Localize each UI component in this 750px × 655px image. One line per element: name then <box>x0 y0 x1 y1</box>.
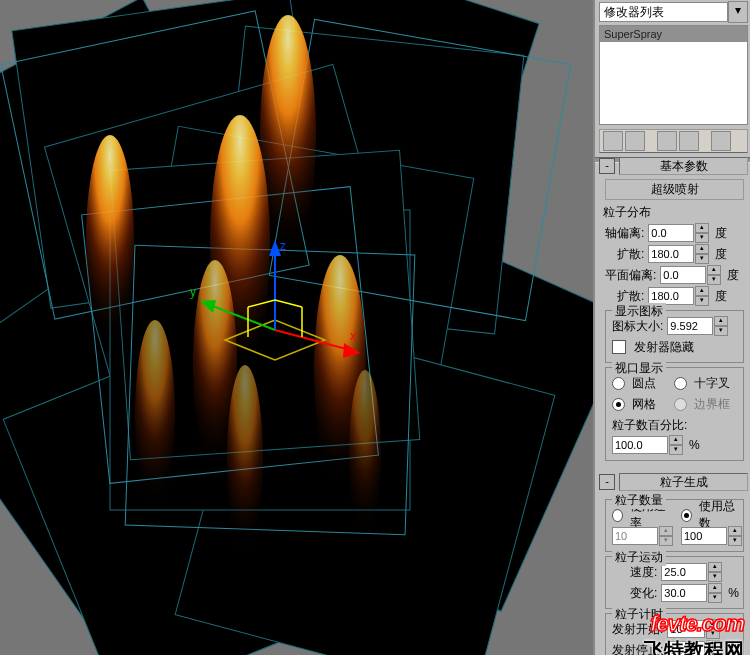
rollout-gen-title[interactable]: 粒子生成 <box>619 473 748 491</box>
total-spinner[interactable]: 100 ▴▾ <box>681 526 742 546</box>
rollout-basic-title[interactable]: 基本参数 <box>619 157 748 175</box>
spread1-spinner[interactable]: 180.0 ▴▾ <box>648 244 709 264</box>
spread1-label: 扩散: <box>617 246 644 263</box>
rate-spinner: 10 ▴▾ <box>612 526 673 546</box>
icon-size-label: 图标大小: <box>612 318 663 335</box>
emit-stop-label: 发射停止: <box>612 642 663 656</box>
display-icon-group-title: 显示图标 <box>612 303 666 320</box>
modifier-list-label: 修改器列表 <box>599 2 728 22</box>
plane-deviation-spinner[interactable]: 0.0 ▴▾ <box>660 265 721 285</box>
variation-spinner[interactable]: 30.0 ▴▾ <box>661 583 722 603</box>
modifier-stack-item[interactable]: SuperSpray <box>600 26 747 42</box>
spread2-label: 扩散: <box>617 288 644 305</box>
pin-stack-icon[interactable] <box>603 131 623 151</box>
modifier-stack-toolbar <box>599 129 748 153</box>
modifier-list-dropdown[interactable]: 修改器列表 ▾ <box>599 2 748 22</box>
svg-point-18 <box>86 135 134 345</box>
show-end-result-icon[interactable] <box>625 131 645 151</box>
particle-pct-spinner[interactable]: 100.0 ▴▾ <box>612 435 683 455</box>
svg-point-24 <box>349 370 381 540</box>
svg-text:z: z <box>280 239 286 253</box>
axis-deviation-label: 轴偏离: <box>605 225 644 242</box>
plane-deviation-label: 平面偏离: <box>605 267 656 284</box>
icon-size-spinner[interactable]: 9.592 ▴▾ <box>667 316 728 336</box>
emit-start-label: 发射开始: <box>612 621 663 638</box>
superspray-label: 超级喷射 <box>605 179 744 200</box>
emit-stop-spinner[interactable]: 11 ▴▾ <box>667 640 720 655</box>
quantity-group-title: 粒子数量 <box>612 492 666 509</box>
speed-label: 速度: <box>630 564 657 581</box>
remove-modifier-icon[interactable] <box>679 131 699 151</box>
rollout-collapse-icon[interactable]: - <box>599 158 615 174</box>
rollout-scroll-area[interactable]: - 基本参数 超级喷射 粒子分布 轴偏离: 0.0 ▴▾ 度 扩散: 180.0… <box>595 155 750 655</box>
hide-emitter-label: 发射器隐藏 <box>634 339 694 356</box>
bbox-radio[interactable] <box>674 398 687 411</box>
modify-panel: 修改器列表 ▾ SuperSpray - 基本参数 超级喷射 粒子分布 轴偏离:… <box>593 0 750 655</box>
modifier-stack[interactable]: SuperSpray <box>599 25 748 125</box>
svg-point-23 <box>227 365 263 555</box>
particle-distribution-label: 粒子分布 <box>603 204 744 221</box>
dropdown-arrow-icon[interactable]: ▾ <box>728 1 748 23</box>
particle-pct-label: 粒子数百分比: <box>612 417 739 434</box>
svg-point-22 <box>135 320 175 510</box>
axis-deviation-spinner[interactable]: 0.0 ▴▾ <box>648 223 709 243</box>
viewport-canvas: z y x <box>0 0 593 655</box>
use-rate-radio[interactable] <box>612 509 623 522</box>
hide-emitter-checkbox[interactable] <box>612 340 626 354</box>
motion-group-title: 粒子运动 <box>612 549 666 566</box>
viewport-display-group-title: 视口显示 <box>612 360 666 377</box>
mesh-radio[interactable] <box>612 398 625 411</box>
svg-text:x: x <box>350 329 356 343</box>
configure-sets-icon[interactable] <box>711 131 731 151</box>
rollout-collapse-icon[interactable]: - <box>599 474 615 490</box>
use-total-radio[interactable] <box>681 509 692 522</box>
viewport[interactable]: z y x <box>0 0 593 655</box>
dot-radio[interactable] <box>612 377 625 390</box>
timing-group-title: 粒子计时 <box>612 606 666 623</box>
emit-start-spinner[interactable]: 10 ▴▾ <box>667 619 720 639</box>
svg-text:y: y <box>190 285 196 299</box>
make-unique-icon[interactable] <box>657 131 677 151</box>
speed-spinner[interactable]: 25.0 ▴▾ <box>661 562 722 582</box>
variation-label: 变化: <box>630 585 657 602</box>
cross-radio[interactable] <box>674 377 687 390</box>
